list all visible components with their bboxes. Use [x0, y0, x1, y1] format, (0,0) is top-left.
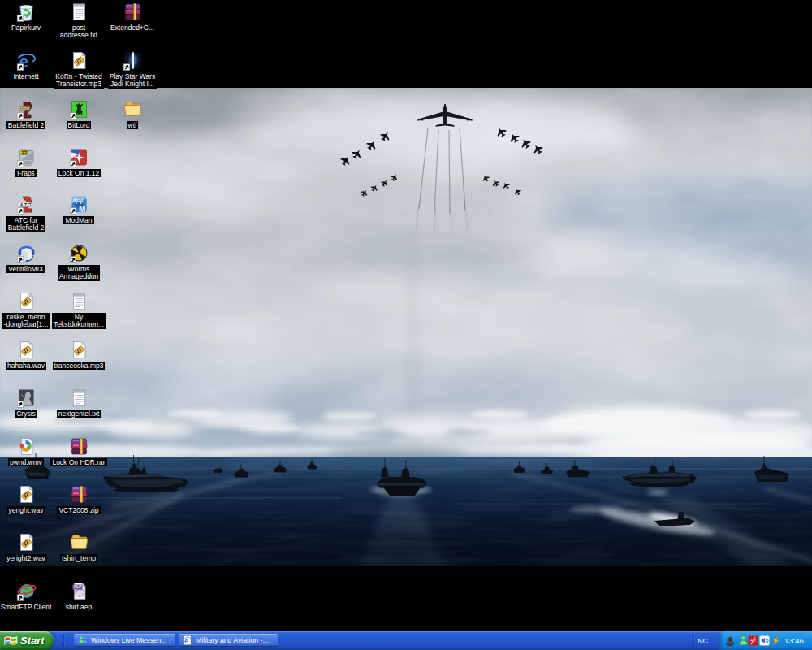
svg-text:ALP: ALP: [73, 584, 82, 589]
svg-text:99: 99: [21, 149, 28, 154]
svg-text:M: M: [79, 205, 85, 214]
svg-text:Mod: Mod: [73, 197, 84, 202]
svg-text:A.T.C: A.T.C: [19, 202, 30, 207]
